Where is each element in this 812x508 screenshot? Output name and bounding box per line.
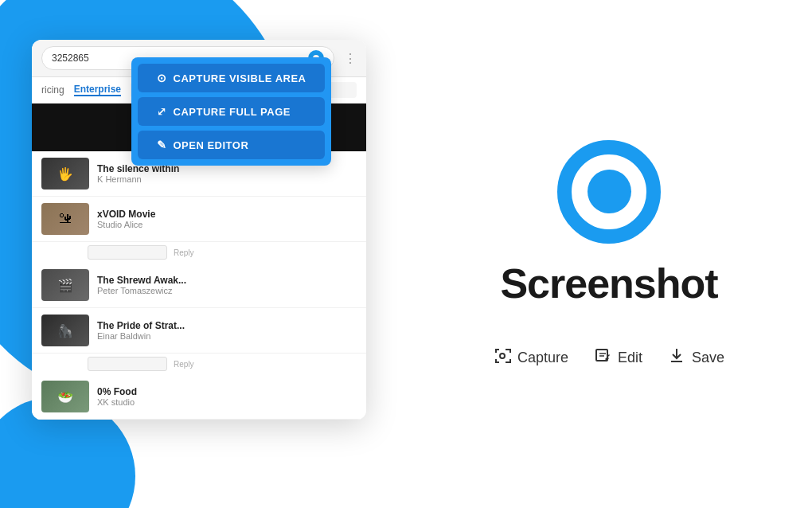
feature-save-label: Save [692, 350, 724, 366]
address-text: 3252865 [52, 53, 89, 64]
reply-area-1: Reply [32, 242, 366, 263]
left-panel: 3252865 ⋮ ricing Enterprise Search video… [0, 0, 406, 508]
open-editor-label: OPEN EDITOR [174, 139, 249, 151]
reply-input-1[interactable] [88, 245, 167, 260]
video-info-4: The Pride of Strat... Einar Baldwin [97, 320, 357, 341]
capture-visible-area-button[interactable]: ⊙ CAPTURE VISIBLE AREA [138, 64, 325, 92]
open-editor-button[interactable]: ✎ OPEN EDITOR [138, 131, 325, 159]
video-title-4: The Pride of Strat... [97, 320, 256, 331]
thumb-content-4: 🦍 [41, 315, 89, 346]
edit-icon [594, 347, 611, 369]
video-info-3: The Shrewd Awak... Peter Tomaszewicz [97, 275, 357, 295]
video-item-2: 🏜 xVOID Movie Studio Alice [32, 197, 366, 242]
open-editor-icon: ✎ [157, 139, 167, 151]
video-author-1: K Hermann [97, 174, 357, 184]
video-info-1: The silence within K Hermann [97, 163, 357, 184]
video-title-5: 0% Food [97, 386, 256, 397]
feature-save: Save [668, 347, 724, 369]
popup-menu: ⊙ CAPTURE VISIBLE AREA ⤢ CAPTURE FULL PA… [131, 57, 331, 166]
video-thumb-3: 🎬 [41, 269, 89, 301]
features-row: Capture Edit S [494, 347, 724, 369]
video-thumb-5: 🥗 [41, 381, 89, 412]
video-item-4: 🦍 The Pride of Strat... Einar Baldwin [32, 308, 366, 354]
video-title-3: The Shrewd Awak... [97, 275, 256, 286]
capture-icon [494, 347, 511, 369]
tab-enterprise[interactable]: Enterprise [74, 84, 121, 96]
video-thumb-2: 🏜 [41, 203, 89, 235]
svg-rect-7 [509, 359, 511, 363]
video-list: 🖐 The silence within K Hermann 🏜 xVOID M… [32, 151, 366, 420]
feature-capture: Capture [494, 347, 568, 369]
video-thumb-4: 🦍 [41, 315, 89, 346]
video-item-3: 🎬 The Shrewd Awak... Peter Tomaszewicz [32, 263, 366, 308]
svg-rect-3 [509, 349, 511, 353]
logo-container: Screenshot [500, 140, 717, 307]
feature-capture-label: Capture [517, 350, 568, 366]
reply-input-2[interactable] [88, 357, 167, 371]
thumb-content-3: 🎬 [41, 269, 89, 301]
svg-rect-6 [506, 361, 509, 363]
right-panel: Screenshot Capture [406, 0, 812, 508]
video-author-3: Peter Tomaszewicz [97, 286, 357, 295]
video-item-5: 🥗 0% Food XK studio [32, 374, 366, 420]
capture-full-label: CAPTURE FULL PAGE [174, 106, 291, 118]
video-thumb-1: 🖐 [41, 158, 89, 190]
reply-label-2[interactable]: Reply [174, 360, 194, 369]
thumb-content-5: 🥗 [41, 381, 89, 412]
capture-full-page-button[interactable]: ⤢ CAPTURE FULL PAGE [138, 97, 325, 126]
logo-inner-circle [588, 170, 631, 213]
video-author-5: XK studio [97, 397, 357, 407]
video-info-5: 0% Food XK studio [97, 386, 357, 407]
logo-ring [557, 140, 661, 244]
svg-rect-2 [506, 349, 509, 350]
capture-visible-label: CAPTURE VISIBLE AREA [174, 72, 306, 84]
video-author-2: Studio Alice [97, 220, 357, 229]
reply-area-2: Reply [32, 354, 366, 374]
svg-rect-1 [495, 349, 497, 353]
save-icon [668, 347, 685, 369]
feature-edit-label: Edit [618, 350, 642, 366]
reply-label-1[interactable]: Reply [174, 248, 194, 257]
thumb-content-1: 🖐 [41, 158, 89, 190]
thumb-content-2: 🏜 [41, 203, 89, 235]
svg-rect-5 [495, 359, 497, 363]
capture-visible-icon: ⊙ [157, 72, 167, 84]
app-name: Screenshot [500, 260, 717, 307]
video-title-2: xVOID Movie [97, 209, 256, 220]
video-author-4: Einar Baldwin [97, 331, 357, 341]
svg-point-8 [500, 354, 505, 358]
browser-dots-menu[interactable]: ⋮ [344, 51, 357, 66]
video-info-2: xVOID Movie Studio Alice [97, 209, 357, 229]
capture-full-icon: ⤢ [157, 105, 167, 118]
feature-edit: Edit [594, 347, 642, 369]
tab-pricing[interactable]: ricing [41, 84, 64, 96]
